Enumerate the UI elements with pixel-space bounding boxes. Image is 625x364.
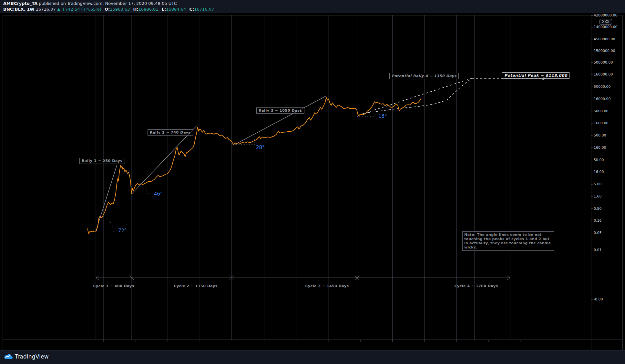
tradingview-brand-text: TradingView: [15, 353, 49, 360]
open-label: O:: [105, 7, 110, 12]
symbol-line: BNC:BLX, 1W 16716.07 ▲ +742.54 (+4.65%) …: [3, 7, 214, 12]
publish-line: AMBCrypto_TA published on TradingView.co…: [3, 1, 177, 6]
high-label: H:: [133, 7, 138, 12]
angle-label-18deg[interactable]: 18°: [378, 113, 387, 119]
low-value: 15884.64: [166, 7, 186, 12]
rally3-label[interactable]: Rally 3 ~ 1050 Days: [256, 107, 304, 114]
publish-info: published on TradingView.com, November 1…: [37, 1, 177, 6]
potential-peak-label[interactable]: Potential Peak ~ $118,000: [502, 72, 569, 79]
rally4-label[interactable]: Potential Rally 4 ~ 1350 Days: [389, 73, 459, 79]
rally1-label[interactable]: Rally 1 ~ 250 Days: [79, 158, 125, 164]
price-axis-label: 1600.00: [594, 121, 609, 125]
angle-label-28deg[interactable]: 28°: [256, 145, 265, 150]
angle-label-72deg[interactable]: 72°: [118, 228, 127, 234]
price-axis-label: 1.60: [594, 194, 602, 198]
price-axis-label: 160000.00: [594, 72, 613, 76]
cycle-label-1[interactable]: Cycle 1 ~ 400 Days: [93, 284, 134, 288]
cycle-label-2[interactable]: Cycle 2 ~ 1150 Days: [174, 284, 217, 288]
price-axis-label: 0.16: [594, 218, 602, 223]
price-axis-label: 5000.00: [594, 109, 609, 113]
price-axis-label: 50.00: [594, 158, 604, 162]
price-axis-label: 16.00: [594, 170, 604, 174]
price-axis-label: 16000.00: [594, 97, 611, 101]
price-axis-label: 0.50: [594, 207, 602, 211]
price-axis-label: 5.00: [594, 182, 602, 186]
price-axis-label: 0.05: [594, 231, 602, 235]
chart-plot[interactable]: Rally 1 ~ 250 Days Rally 2 ~ 740 Days Ra…: [0, 13, 625, 350]
price-change: +742.54 (+4.65%): [62, 7, 101, 12]
price-axis-label: 42000000.00: [594, 13, 617, 17]
up-arrow-icon: ▲: [57, 7, 60, 12]
price-axis-xxx-badge[interactable]: XXX: [599, 19, 612, 25]
rally2-label[interactable]: Rally 2 ~ 740 Days: [148, 129, 193, 136]
price-axis-label: 1500000.00: [594, 49, 615, 53]
symbol-name: BNC:BLX, 1W: [3, 7, 35, 12]
author-name: AMBCrypto_TA: [3, 1, 37, 6]
cycle-label-4[interactable]: Cycle 4 ~ 1760 Days: [454, 284, 498, 288]
tradingview-link[interactable]: TradingView: [4, 353, 49, 360]
low-label: L:: [162, 7, 166, 12]
price-axis-label: 4500000.00: [594, 37, 615, 41]
cycle-label-3[interactable]: Cycle 3 ~ 1450 Days: [305, 284, 349, 288]
price-axis-label: 0.01: [594, 248, 602, 252]
tradingview-logo-icon: [4, 354, 13, 359]
close-label: C:: [189, 7, 194, 12]
open-value: 15963.63: [110, 7, 130, 12]
chart-header: AMBCrypto_TA published on TradingView.co…: [0, 0, 625, 13]
close-value: 16716.07: [194, 7, 214, 12]
price-axis-label: 500000.00: [594, 60, 613, 65]
price-axis-label: 50000.00: [594, 85, 611, 89]
note-box[interactable]: Note: The angle lines seem to be not tou…: [462, 231, 554, 251]
tradingview-published-chart: AMBCrypto_TA published on TradingView.co…: [0, 0, 625, 364]
price-chart-svg: [0, 13, 625, 350]
high-value: 16886.01: [138, 7, 159, 12]
price-axis[interactable]: XXX 42000000.0014000000.004500000.001500…: [591, 13, 625, 340]
price-axis-zero-label: -0.00: [594, 297, 603, 301]
footer-bar: TradingView: [0, 350, 625, 364]
angle-label-46deg[interactable]: 46°: [154, 191, 163, 197]
price-axis-label: 14000000.00: [594, 25, 617, 29]
price-axis-label: 160.00: [594, 146, 606, 150]
price-axis-label: 500.00: [594, 133, 606, 137]
last-price: 16716.07: [36, 7, 56, 12]
